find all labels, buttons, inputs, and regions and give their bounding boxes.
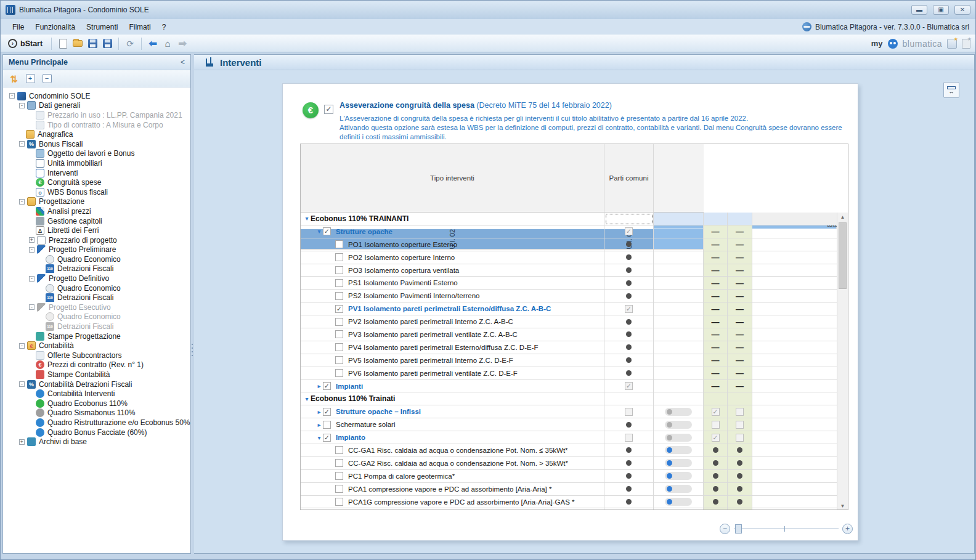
table-vertical-scrollbar[interactable]: ▲ ▼ [837,213,848,510]
ui-02-cell[interactable] [704,444,728,457]
checked-checkbox[interactable]: ✓ [625,227,633,235]
ui-03-cell[interactable] [728,496,752,509]
ui-03-cell[interactable] [728,470,752,483]
select-all-ui-toggle[interactable] [665,421,692,429]
tree-item-prezzario-di-progetto[interactable]: +Prezzario di progetto [6,235,190,245]
ui-02-cell[interactable]: — [704,354,728,367]
collapse-node-icon[interactable]: - [19,381,25,387]
save-button[interactable] [85,37,100,51]
collapse-node-icon[interactable]: - [19,141,25,147]
column-width-button[interactable]: ↔ [943,82,959,98]
radio-dot-icon[interactable] [626,460,632,466]
tree-item-progetto-definitivo[interactable]: -Progetto Definitivo [6,274,190,283]
ui-02-cell[interactable]: — [704,251,728,264]
chevron-right-icon[interactable]: ▸ [315,383,323,389]
parti-comuni-cell[interactable] [604,328,654,341]
tree-item-contabilit[interactable]: -€Contabilità [6,341,190,351]
seleziona-ui-cell[interactable] [654,238,704,251]
ui-03-cell[interactable] [728,213,752,225]
table-row[interactable]: PV6 Isolamento pareti perimetrali ventil… [301,367,838,380]
menu-item-strumenti[interactable]: Strumenti [81,21,123,33]
tree-item-detrazioni-fiscali[interactable]: 110Detrazioni Fiscali [6,293,190,302]
empty-checkbox[interactable] [736,408,744,416]
chevron-down-icon[interactable]: ▾ [315,434,323,441]
asseverazione-checkbox[interactable]: ✓ [324,105,333,114]
sync-button[interactable]: ⟳ [123,37,137,51]
tree-item-contabilit-detrazioni-fiscali[interactable]: -%Contabilità Detrazioni Fiscali [6,379,190,389]
ui-03-cell[interactable]: — [728,367,752,380]
radio-dot-icon[interactable] [737,499,742,505]
seleziona-ui-cell[interactable] [654,483,704,496]
checked-checkbox[interactable]: ✓ [323,227,331,235]
radio-dot-icon[interactable] [737,447,742,453]
parti-comuni-cell[interactable] [604,277,654,290]
empty-checkbox[interactable] [335,446,343,454]
ui-02-cell[interactable]: — [704,302,728,315]
scroll-down-icon[interactable]: ▼ [837,503,848,509]
chevron-right-icon[interactable]: ▸ [315,421,323,428]
chevron-right-icon[interactable]: ▸ [315,408,323,415]
table-group-row[interactable]: ▾Ecobonus 110% Trainati [301,392,838,405]
empty-checkbox[interactable] [335,356,343,364]
empty-checkbox[interactable] [335,343,343,351]
empty-checkbox[interactable] [335,240,343,248]
parti-comuni-cell[interactable] [604,418,654,431]
empty-checkbox[interactable] [335,485,343,493]
empty-checkbox[interactable] [625,408,633,416]
open-button[interactable] [70,37,85,51]
parti-comuni-cell[interactable]: ✓ [604,302,654,315]
tree-item-dati-generali[interactable]: -Dati generali [6,101,190,111]
select-all-ui-toggle[interactable] [665,434,692,442]
tree-item-progettazione[interactable]: -Progettazione [6,197,190,207]
ui-02-cell[interactable] [704,418,728,431]
radio-dot-icon[interactable] [626,447,632,453]
seleziona-ui-cell[interactable] [654,418,704,431]
parti-comuni-cell[interactable] [604,251,654,264]
ui-02-cell[interactable] [704,483,728,496]
radio-dot-icon[interactable] [626,499,632,505]
ui-03-cell[interactable] [728,483,752,496]
ui-02-cell[interactable]: — [704,367,728,380]
save-as-button[interactable] [100,37,115,51]
ui-03-cell[interactable]: — [728,238,752,251]
empty-checkbox[interactable] [335,318,343,326]
empty-checkbox[interactable] [335,292,343,300]
table-row[interactable]: PV4 Isolamento pareti perimetrali Estern… [301,341,838,354]
seleziona-ui-cell[interactable] [654,496,704,509]
scroll-up-icon[interactable]: ▲ [837,214,848,220]
tree-item-wbs-bonus-fiscali[interactable]: oWBS Bonus fiscali [6,187,190,197]
ui-03-cell[interactable]: — [728,277,752,290]
tree-item-tipo-di-contratto-a-misura-e-corpo[interactable]: Tipo di contratto : A Misura e Corpo [6,120,190,130]
radio-dot-icon[interactable] [626,280,632,286]
select-all-ui-toggle[interactable] [665,472,692,480]
new-document-button[interactable] [55,37,70,51]
collapse-node-icon[interactable]: - [19,199,25,205]
forward-button[interactable]: ➡ [175,37,190,51]
tree-item-oggetto-dei-lavori-e-bonus[interactable]: Oggetto dei lavori e Bonus [6,149,190,159]
ui-02-cell[interactable] [704,392,728,405]
seleziona-ui-cell[interactable] [654,277,704,290]
empty-checkbox[interactable] [335,369,343,377]
zoom-slider[interactable] [734,524,839,534]
tree-item-quadro-ristrutturazione-e-o-ecobonus-50[interactable]: Quadro Ristrutturazione e/o Ecobonus 50% [6,418,190,428]
collapse-node-icon[interactable]: - [19,343,25,349]
sidebar-collapse-button[interactable]: < [181,58,185,67]
table-row[interactable]: ▸✓Strutture opache – Infissi✓ [301,405,838,418]
seleziona-ui-cell[interactable] [654,264,704,277]
zoom-in-button[interactable]: + [842,524,853,534]
bstart-button[interactable]: › bStart [6,38,47,49]
tree-item-progetto-esecutivo[interactable]: -Progetto Esecutivo [6,302,190,312]
radio-dot-icon[interactable] [713,499,718,505]
radio-dot-icon[interactable] [626,344,632,350]
radio-dot-icon[interactable] [713,460,718,466]
radio-dot-icon[interactable] [626,370,632,376]
tree-item-stampe-contabilit[interactable]: Stampe Contabilità [6,370,190,379]
radio-dot-icon[interactable] [737,486,742,492]
checked-checkbox[interactable]: ✓ [335,305,343,313]
ui-03-cell[interactable]: — [728,315,752,328]
seleziona-ui-cell[interactable] [654,508,704,510]
chevron-down-icon[interactable]: ▾ [303,215,311,222]
tree-item-quadro-bonus-facciate-60[interactable]: Quadro Bonus Facciate (60%) [6,428,190,437]
ui-02-cell[interactable] [704,457,728,470]
home-button[interactable]: ⌂ [160,37,175,51]
